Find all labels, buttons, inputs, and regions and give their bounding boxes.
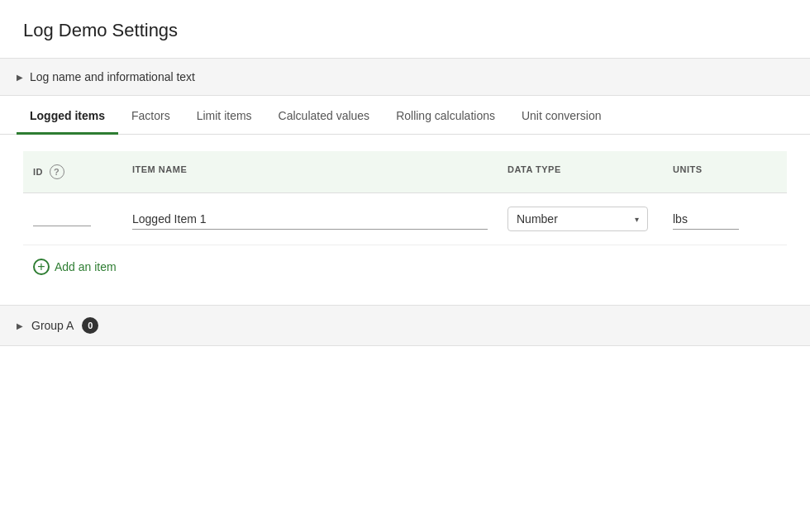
row-id-cell bbox=[23, 207, 122, 231]
tab-unit-conversion[interactable]: Unit conversion bbox=[508, 96, 615, 135]
group-badge: 0 bbox=[82, 317, 98, 334]
header-data-type: DATA TYPE bbox=[498, 159, 663, 184]
data-type-value: Number bbox=[517, 212, 628, 226]
chevron-down-icon: ▾ bbox=[635, 215, 639, 224]
table-section: ID ? ITEM NAME DATA TYPE UNITS Number ▾ … bbox=[0, 135, 810, 305]
tabs-container: Logged items Factors Limit items Calcula… bbox=[0, 96, 810, 135]
units-input[interactable] bbox=[673, 209, 739, 230]
table-row: Number ▾ bbox=[23, 193, 787, 245]
add-item-row[interactable]: + Add an item bbox=[23, 245, 787, 288]
group-label: Group A bbox=[31, 319, 74, 332]
row-item-name-cell bbox=[122, 204, 498, 235]
add-item-label: Add an item bbox=[55, 260, 117, 273]
collapsible-label: Log name and informational text bbox=[30, 70, 195, 83]
group-chevron-icon: ▶ bbox=[17, 321, 23, 330]
header-id: ID ? bbox=[23, 159, 122, 184]
collapsible-log-name[interactable]: ▶ Log name and informational text bbox=[0, 58, 810, 96]
group-a-section[interactable]: ▶ Group A 0 bbox=[0, 305, 810, 346]
header-units: UNITS bbox=[663, 159, 787, 184]
table-header: ID ? ITEM NAME DATA TYPE UNITS bbox=[23, 151, 787, 193]
data-type-select[interactable]: Number ▾ bbox=[507, 207, 648, 231]
row-data-type-cell: Number ▾ bbox=[498, 202, 663, 236]
header-item-name: ITEM NAME bbox=[122, 159, 498, 184]
row-units-cell bbox=[663, 204, 787, 235]
tab-calculated-values[interactable]: Calculated values bbox=[265, 96, 384, 135]
help-icon[interactable]: ? bbox=[50, 164, 64, 179]
chevron-right-icon: ▶ bbox=[17, 73, 23, 82]
tab-logged-items[interactable]: Logged items bbox=[17, 96, 118, 135]
tab-rolling-calculations[interactable]: Rolling calculations bbox=[383, 96, 508, 135]
tab-limit-items[interactable]: Limit items bbox=[183, 96, 265, 135]
tab-factors[interactable]: Factors bbox=[118, 96, 183, 135]
add-item-icon: + bbox=[33, 259, 50, 275]
item-name-input[interactable] bbox=[132, 209, 488, 230]
page-title: Log Demo Settings bbox=[0, 0, 810, 58]
id-underline bbox=[33, 211, 91, 226]
